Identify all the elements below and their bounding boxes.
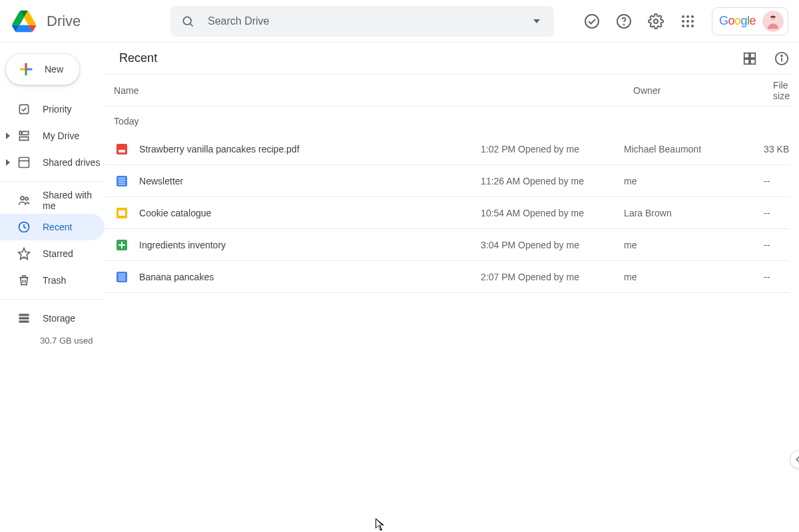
sidebar-item-priority[interactable]: Priority (0, 96, 105, 123)
svg-point-10 (686, 20, 689, 23)
file-name: Banana pancakes (139, 272, 214, 282)
account-switcher[interactable]: Google (712, 7, 788, 35)
file-row[interactable]: Cookie catalogue 10:54 AM Opened by me L… (105, 197, 790, 229)
col-owner[interactable]: Owner (633, 85, 773, 96)
shared-drives-icon (17, 156, 31, 169)
svg-rect-19 (19, 158, 29, 168)
sidebar-item-label: Shared with me (43, 190, 105, 211)
svg-point-8 (691, 15, 694, 18)
help-icon[interactable] (616, 13, 632, 29)
svg-point-7 (686, 15, 689, 18)
sidebar-item-label: Shared drives (43, 157, 100, 168)
svg-point-14 (691, 25, 694, 27)
svg-line-1 (190, 23, 193, 26)
sidebar-item-recent[interactable]: Recent (0, 214, 105, 240)
slides-file-icon (117, 208, 127, 218)
file-name: Cookie catalogue (139, 208, 211, 218)
svg-point-6 (682, 15, 684, 18)
docs-file-icon (117, 272, 127, 282)
chevron-right-icon[interactable] (4, 158, 12, 166)
file-owner: Lara Brown (624, 208, 764, 218)
drive-logo-icon (11, 8, 37, 35)
file-row[interactable]: Ingredients inventory 3:04 PM Opened by … (105, 229, 790, 261)
file-size: -- (764, 176, 790, 186)
svg-rect-27 (19, 314, 29, 316)
sidebar-item-starred[interactable]: Starred (0, 240, 105, 267)
file-meta: 11:26 AM Opened by me (481, 176, 624, 186)
file-meta: 2:07 PM Opened by me (481, 272, 624, 282)
storage-usage-text: 30.7 GB used (0, 336, 105, 346)
file-owner: me (624, 240, 764, 250)
brand[interactable]: Drive (11, 8, 170, 35)
clock-icon (17, 220, 31, 234)
sidebar: New Priority My Drive (0, 43, 105, 532)
file-owner: me (624, 176, 764, 186)
svg-point-36 (781, 55, 782, 56)
svg-marker-24 (19, 248, 30, 260)
file-row[interactable]: Newsletter 11:26 AM Opened by me me -- (105, 165, 790, 197)
page-title: Recent (119, 51, 157, 65)
svg-point-11 (691, 20, 694, 23)
svg-point-4 (623, 24, 624, 25)
svg-rect-30 (744, 53, 749, 57)
sheets-file-icon (117, 240, 127, 250)
svg-point-18 (21, 133, 23, 134)
svg-rect-17 (19, 105, 28, 113)
file-name: Ingredients inventory (139, 240, 226, 250)
file-size: -- (764, 208, 790, 218)
new-button[interactable]: New (5, 53, 80, 85)
svg-point-0 (183, 17, 191, 25)
svg-point-12 (682, 25, 684, 27)
new-button-label: New (45, 64, 63, 75)
file-size: 33 KB (764, 144, 790, 154)
sidebar-item-shared-with-me[interactable]: Shared with me (0, 187, 105, 214)
file-owner: me (624, 272, 764, 282)
sidebar-item-label: Priority (43, 104, 72, 115)
shared-with-me-icon (17, 194, 31, 207)
search-icon (180, 13, 196, 29)
svg-rect-28 (19, 317, 29, 319)
sidebar-item-label: Recent (43, 222, 72, 232)
svg-rect-29 (19, 320, 29, 322)
chevron-right-icon[interactable] (4, 132, 12, 140)
file-size: -- (764, 240, 790, 250)
sidebar-item-storage[interactable]: Storage (0, 305, 105, 332)
file-owner: Michael Beaumont (624, 144, 764, 154)
trash-icon (17, 274, 31, 287)
storage-icon (17, 312, 31, 325)
svg-rect-33 (750, 59, 755, 63)
priority-icon (17, 103, 31, 116)
info-icon[interactable] (774, 51, 790, 67)
sidebar-item-trash[interactable]: Trash (0, 267, 105, 294)
col-name[interactable]: Name (114, 85, 490, 96)
col-size[interactable]: File size (773, 80, 790, 101)
sidebar-item-shared-drives[interactable]: Shared drives (0, 149, 105, 176)
sidebar-item-label: Trash (43, 275, 66, 286)
app-header: Drive (0, 0, 799, 43)
search-input[interactable] (208, 15, 517, 27)
star-icon (17, 247, 31, 260)
file-row[interactable]: Banana pancakes 2:07 PM Opened by me me … (105, 261, 790, 293)
file-meta: 1:02 PM Opened by me (481, 144, 624, 154)
file-size: -- (764, 272, 790, 282)
sidebar-item-label: Starred (43, 248, 73, 259)
file-row[interactable]: Strawberry vanilla pancakes recipe.pdf 1… (105, 133, 790, 165)
search-bar[interactable] (170, 6, 554, 37)
svg-point-9 (682, 20, 684, 23)
my-drive-icon (17, 129, 31, 142)
pdf-file-icon (117, 144, 127, 154)
svg-point-13 (686, 25, 689, 27)
avatar (762, 11, 784, 32)
table-header: Name Owner File size (105, 75, 790, 107)
file-name: Strawberry vanilla pancakes recipe.pdf (139, 144, 299, 154)
sidebar-item-my-drive[interactable]: My Drive (0, 123, 105, 149)
docs-file-icon (117, 176, 127, 186)
sidebar-item-label: Storage (43, 313, 75, 324)
offline-ready-icon[interactable] (584, 13, 600, 29)
apps-grid-icon[interactable] (680, 13, 696, 29)
main-header: Recent (105, 43, 790, 75)
search-filter-dropdown-icon[interactable] (529, 13, 545, 29)
gear-icon[interactable] (648, 13, 664, 29)
app-title: Drive (47, 13, 81, 30)
view-grid-icon[interactable] (742, 51, 758, 67)
